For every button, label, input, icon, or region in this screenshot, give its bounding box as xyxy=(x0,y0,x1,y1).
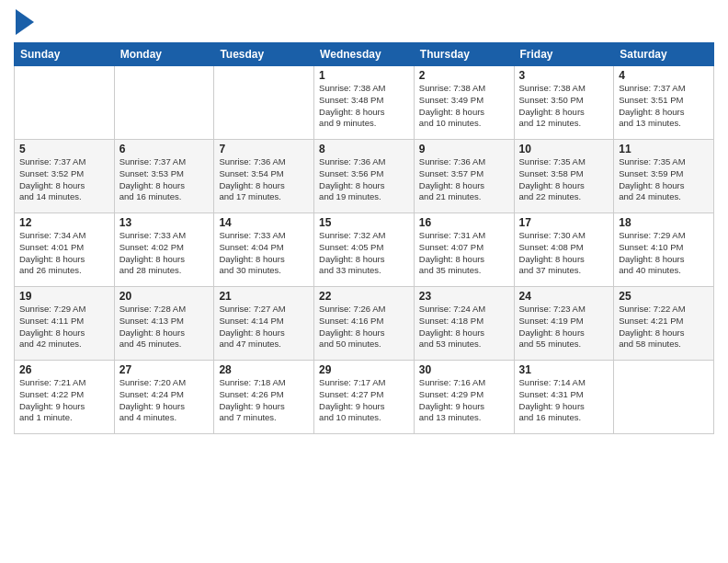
day-number: 3 xyxy=(519,69,609,82)
day-info: Sunrise: 7:18 AM Sunset: 4:26 PM Dayligh… xyxy=(219,377,309,424)
day-info: Sunrise: 7:14 AM Sunset: 4:31 PM Dayligh… xyxy=(519,377,609,424)
day-info: Sunrise: 7:38 AM Sunset: 3:48 PM Dayligh… xyxy=(319,83,409,130)
calendar-cell: 6Sunrise: 7:37 AM Sunset: 3:53 PM Daylig… xyxy=(114,140,214,213)
calendar-cell xyxy=(114,66,214,140)
day-info: Sunrise: 7:36 AM Sunset: 3:57 PM Dayligh… xyxy=(419,156,509,203)
day-number: 29 xyxy=(319,363,409,376)
day-info: Sunrise: 7:38 AM Sunset: 3:50 PM Dayligh… xyxy=(519,83,609,130)
calendar-cell xyxy=(214,66,314,140)
day-number: 28 xyxy=(219,363,309,376)
day-number: 12 xyxy=(19,216,109,229)
day-number: 10 xyxy=(519,143,609,155)
day-number: 14 xyxy=(219,216,309,229)
calendar-cell: 25Sunrise: 7:22 AM Sunset: 4:21 PM Dayli… xyxy=(614,287,714,361)
day-info: Sunrise: 7:34 AM Sunset: 4:01 PM Dayligh… xyxy=(19,230,109,277)
day-number: 15 xyxy=(319,216,409,229)
day-info: Sunrise: 7:33 AM Sunset: 4:04 PM Dayligh… xyxy=(219,230,309,277)
calendar-cell: 21Sunrise: 7:27 AM Sunset: 4:14 PM Dayli… xyxy=(214,287,314,361)
day-info: Sunrise: 7:37 AM Sunset: 3:53 PM Dayligh… xyxy=(119,156,210,203)
day-number: 4 xyxy=(619,69,709,82)
day-number: 5 xyxy=(19,143,109,155)
calendar-cell: 12Sunrise: 7:34 AM Sunset: 4:01 PM Dayli… xyxy=(15,213,115,287)
day-number: 1 xyxy=(319,69,409,82)
day-number: 22 xyxy=(319,290,409,303)
calendar-cell: 10Sunrise: 7:35 AM Sunset: 3:58 PM Dayli… xyxy=(514,140,614,213)
logo-icon xyxy=(16,9,34,35)
day-number: 26 xyxy=(19,363,109,376)
day-number: 20 xyxy=(119,290,210,303)
calendar-cell: 27Sunrise: 7:20 AM Sunset: 4:24 PM Dayli… xyxy=(114,361,214,434)
calendar-cell: 26Sunrise: 7:21 AM Sunset: 4:22 PM Dayli… xyxy=(15,361,115,434)
calendar-week-row: 26Sunrise: 7:21 AM Sunset: 4:22 PM Dayli… xyxy=(15,361,714,434)
page-container: SundayMondayTuesdayWednesdayThursdayFrid… xyxy=(0,0,728,439)
day-number: 25 xyxy=(619,290,709,303)
calendar-cell: 22Sunrise: 7:26 AM Sunset: 4:16 PM Dayli… xyxy=(314,287,415,361)
day-number: 27 xyxy=(119,363,210,376)
day-info: Sunrise: 7:28 AM Sunset: 4:13 PM Dayligh… xyxy=(119,304,210,350)
day-number: 23 xyxy=(419,290,509,303)
day-info: Sunrise: 7:31 AM Sunset: 4:07 PM Dayligh… xyxy=(419,230,509,277)
day-number: 31 xyxy=(519,363,609,376)
calendar-cell: 8Sunrise: 7:36 AM Sunset: 3:56 PM Daylig… xyxy=(314,140,415,213)
day-info: Sunrise: 7:16 AM Sunset: 4:29 PM Dayligh… xyxy=(419,377,509,424)
day-info: Sunrise: 7:35 AM Sunset: 3:59 PM Dayligh… xyxy=(619,156,709,203)
day-of-week-header: Friday xyxy=(514,43,614,66)
day-number: 16 xyxy=(419,216,509,229)
day-number: 9 xyxy=(419,143,509,155)
calendar-cell: 29Sunrise: 7:17 AM Sunset: 4:27 PM Dayli… xyxy=(314,361,415,434)
calendar-cell: 15Sunrise: 7:32 AM Sunset: 4:05 PM Dayli… xyxy=(314,213,415,287)
day-info: Sunrise: 7:24 AM Sunset: 4:18 PM Dayligh… xyxy=(419,304,509,350)
day-info: Sunrise: 7:32 AM Sunset: 4:05 PM Dayligh… xyxy=(319,230,409,277)
calendar-table: SundayMondayTuesdayWednesdayThursdayFrid… xyxy=(14,42,714,434)
calendar-week-row: 19Sunrise: 7:29 AM Sunset: 4:11 PM Dayli… xyxy=(15,287,714,361)
calendar-cell: 18Sunrise: 7:29 AM Sunset: 4:10 PM Dayli… xyxy=(614,213,714,287)
calendar-cell: 7Sunrise: 7:36 AM Sunset: 3:54 PM Daylig… xyxy=(214,140,314,213)
day-of-week-header: Tuesday xyxy=(214,43,314,66)
logo xyxy=(14,9,34,35)
day-info: Sunrise: 7:37 AM Sunset: 3:51 PM Dayligh… xyxy=(619,83,709,130)
day-number: 11 xyxy=(619,143,709,155)
day-of-week-header: Wednesday xyxy=(314,43,415,66)
day-number: 13 xyxy=(119,216,210,229)
calendar-week-row: 12Sunrise: 7:34 AM Sunset: 4:01 PM Dayli… xyxy=(15,213,714,287)
day-info: Sunrise: 7:17 AM Sunset: 4:27 PM Dayligh… xyxy=(319,377,409,424)
day-info: Sunrise: 7:21 AM Sunset: 4:22 PM Dayligh… xyxy=(19,377,109,424)
svg-marker-0 xyxy=(16,9,34,35)
calendar-cell xyxy=(614,361,714,434)
calendar-cell: 1Sunrise: 7:38 AM Sunset: 3:48 PM Daylig… xyxy=(314,66,415,140)
calendar-cell: 4Sunrise: 7:37 AM Sunset: 3:51 PM Daylig… xyxy=(614,66,714,140)
calendar-cell: 23Sunrise: 7:24 AM Sunset: 4:18 PM Dayli… xyxy=(414,287,514,361)
calendar-cell: 11Sunrise: 7:35 AM Sunset: 3:59 PM Dayli… xyxy=(614,140,714,213)
calendar-cell: 20Sunrise: 7:28 AM Sunset: 4:13 PM Dayli… xyxy=(114,287,214,361)
day-number: 6 xyxy=(119,143,210,155)
day-info: Sunrise: 7:20 AM Sunset: 4:24 PM Dayligh… xyxy=(119,377,210,424)
day-info: Sunrise: 7:35 AM Sunset: 3:58 PM Dayligh… xyxy=(519,156,609,203)
calendar-cell: 13Sunrise: 7:33 AM Sunset: 4:02 PM Dayli… xyxy=(114,213,214,287)
day-number: 7 xyxy=(219,143,309,155)
day-number: 19 xyxy=(19,290,109,303)
day-info: Sunrise: 7:37 AM Sunset: 3:52 PM Dayligh… xyxy=(19,156,109,203)
day-of-week-header: Sunday xyxy=(15,43,115,66)
day-info: Sunrise: 7:29 AM Sunset: 4:10 PM Dayligh… xyxy=(619,230,709,277)
calendar-cell: 3Sunrise: 7:38 AM Sunset: 3:50 PM Daylig… xyxy=(514,66,614,140)
calendar-cell: 2Sunrise: 7:38 AM Sunset: 3:49 PM Daylig… xyxy=(414,66,514,140)
day-info: Sunrise: 7:23 AM Sunset: 4:19 PM Dayligh… xyxy=(519,304,609,350)
day-info: Sunrise: 7:38 AM Sunset: 3:49 PM Dayligh… xyxy=(419,83,509,130)
day-info: Sunrise: 7:27 AM Sunset: 4:14 PM Dayligh… xyxy=(219,304,309,350)
calendar-cell: 24Sunrise: 7:23 AM Sunset: 4:19 PM Dayli… xyxy=(514,287,614,361)
day-info: Sunrise: 7:30 AM Sunset: 4:08 PM Dayligh… xyxy=(519,230,609,277)
calendar-cell: 5Sunrise: 7:37 AM Sunset: 3:52 PM Daylig… xyxy=(15,140,115,213)
day-info: Sunrise: 7:26 AM Sunset: 4:16 PM Dayligh… xyxy=(319,304,409,350)
calendar-week-row: 5Sunrise: 7:37 AM Sunset: 3:52 PM Daylig… xyxy=(15,140,714,213)
calendar-cell: 17Sunrise: 7:30 AM Sunset: 4:08 PM Dayli… xyxy=(514,213,614,287)
day-number: 2 xyxy=(419,69,509,82)
calendar-cell: 31Sunrise: 7:14 AM Sunset: 4:31 PM Dayli… xyxy=(514,361,614,434)
header xyxy=(14,9,714,35)
day-number: 18 xyxy=(619,216,709,229)
calendar-cell: 19Sunrise: 7:29 AM Sunset: 4:11 PM Dayli… xyxy=(15,287,115,361)
calendar-cell: 30Sunrise: 7:16 AM Sunset: 4:29 PM Dayli… xyxy=(414,361,514,434)
day-of-week-header: Thursday xyxy=(414,43,514,66)
day-info: Sunrise: 7:22 AM Sunset: 4:21 PM Dayligh… xyxy=(619,304,709,350)
day-number: 17 xyxy=(519,216,609,229)
calendar-cell: 16Sunrise: 7:31 AM Sunset: 4:07 PM Dayli… xyxy=(414,213,514,287)
